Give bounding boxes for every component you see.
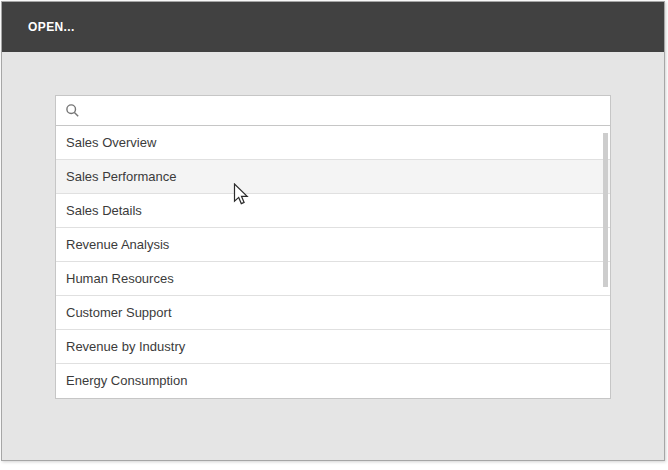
search-input[interactable] [80, 96, 610, 125]
dialog-title: OPEN... [28, 20, 75, 34]
list-item[interactable]: Customer Support [56, 296, 610, 330]
list-item[interactable]: Revenue by Industry [56, 330, 610, 364]
list-item[interactable]: Sales Overview [56, 126, 610, 160]
open-dialog: OPEN... Sales OverviewSales PerformanceS… [1, 1, 665, 461]
search-box[interactable] [55, 95, 611, 126]
report-picker-panel: Sales OverviewSales PerformanceSales Det… [55, 95, 611, 399]
scrollbar-thumb[interactable] [603, 133, 608, 287]
dialog-body: Sales OverviewSales PerformanceSales Det… [2, 52, 664, 460]
list-item[interactable]: Sales Performance [56, 160, 610, 194]
search-icon [65, 103, 80, 118]
report-list: Sales OverviewSales PerformanceSales Det… [55, 126, 611, 399]
dialog-titlebar[interactable]: OPEN... [2, 2, 664, 52]
list-item[interactable]: Human Resources [56, 262, 610, 296]
list-item[interactable]: Sales Details [56, 194, 610, 228]
list-item[interactable]: Energy Consumption [56, 364, 610, 398]
list-item[interactable]: Revenue Analysis [56, 228, 610, 262]
